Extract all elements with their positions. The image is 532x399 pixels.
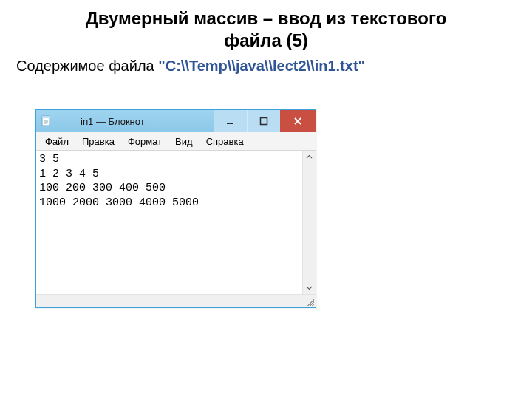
client-area: 3 5 1 2 3 4 5 100 200 300 400 500 1000 2…	[36, 151, 316, 294]
chevron-down-icon	[306, 284, 313, 291]
menu-format-pre: Фо	[128, 136, 140, 147]
svg-rect-5	[227, 123, 233, 124]
window-title: in1 — Блокнот	[52, 110, 214, 132]
menu-help-rest: правка	[213, 136, 244, 147]
slide-title: Двумерный массив – ввод из текстового фа…	[0, 7, 532, 52]
menu-bar: Файл Правка Формат Вид Справка	[36, 132, 316, 151]
title-line-2: файла (5)	[224, 30, 308, 50]
vertical-scrollbar[interactable]	[302, 151, 316, 294]
menu-file-label: Файл	[45, 136, 69, 147]
notepad-window: in1 — Блокнот Файл	[35, 109, 316, 308]
notepad-app-icon	[41, 115, 52, 127]
menu-edit[interactable]: Правка	[76, 134, 120, 149]
chevron-up-icon	[306, 154, 313, 160]
menu-help-ul: С	[206, 136, 213, 147]
svg-rect-6	[261, 118, 267, 125]
scroll-down-button[interactable]	[303, 282, 316, 294]
window-titlebar[interactable]: in1 — Блокнот	[36, 110, 316, 132]
minimize-button[interactable]	[214, 110, 247, 132]
minimize-icon	[226, 117, 235, 126]
titlebar-left	[36, 110, 52, 132]
menu-edit-rest: равка	[89, 136, 115, 147]
slide-subtitle: Содержимое файла "C:\\Temp\\java\\lect2\…	[0, 52, 532, 75]
svg-rect-1	[42, 116, 50, 118]
file-path: "C:\\Temp\\java\\lect2\\in1.txt"	[158, 58, 365, 74]
window-controls	[214, 110, 316, 132]
menu-view-ul: В	[175, 136, 182, 147]
resize-grip[interactable]	[303, 295, 316, 307]
menu-format-rest: мат	[146, 136, 162, 147]
text-area[interactable]: 3 5 1 2 3 4 5 100 200 300 400 500 1000 2…	[36, 151, 302, 294]
title-line-1: Двумерный массив – ввод из текстового	[86, 8, 447, 28]
menu-edit-ul: П	[82, 136, 89, 147]
menu-view-rest: ид	[182, 136, 193, 147]
menu-help[interactable]: Справка	[200, 134, 250, 149]
statusbar-strip	[36, 294, 316, 307]
menu-format[interactable]: Формат	[122, 134, 168, 149]
menu-view[interactable]: Вид	[169, 134, 199, 149]
scroll-up-button[interactable]	[303, 151, 316, 163]
menu-file[interactable]: Файл	[39, 134, 75, 149]
close-icon	[293, 117, 302, 126]
maximize-icon	[259, 117, 268, 126]
close-button[interactable]	[280, 110, 316, 132]
subtitle-prefix: Содержимое файла	[16, 58, 158, 74]
maximize-button[interactable]	[247, 110, 280, 132]
